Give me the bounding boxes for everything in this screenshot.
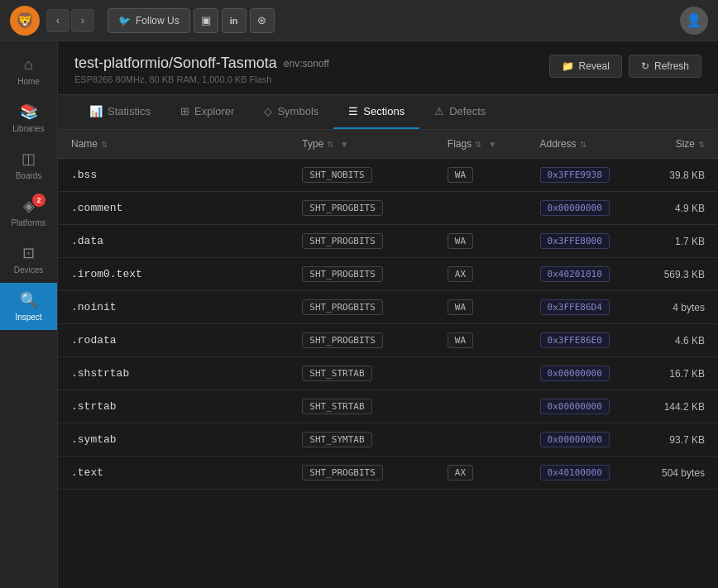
cell-flags: WA xyxy=(434,159,527,192)
refresh-button[interactable]: ↻ Refresh xyxy=(629,55,701,78)
sections-icon: ☰ xyxy=(348,105,358,117)
table-row[interactable]: .bssSHT_NOBITSWA0x3FFE993839.8 KB xyxy=(58,159,718,192)
tab-defects-label: Defects xyxy=(449,105,486,117)
cell-name: .irom0.text xyxy=(58,258,289,291)
table-row[interactable]: .noinitSHT_PROGBITSWA0x3FFE86D44 bytes xyxy=(58,291,718,324)
sidebar-item-boards[interactable]: ◫ Boards xyxy=(0,141,57,189)
github-button[interactable]: ⊛ xyxy=(250,8,275,33)
tab-statistics-label: Statistics xyxy=(108,105,151,117)
col-size-label: Size xyxy=(676,138,695,150)
table-row[interactable]: .rodataSHT_PROGBITSWA0x3FFE86E04.6 KB xyxy=(58,324,718,357)
sidebar-item-platforms[interactable]: ◈ Platforms 2 xyxy=(0,189,57,236)
type-badge: SHT_PROGBITS xyxy=(302,299,382,315)
table-row[interactable]: .symtabSHT_SYMTAB0x0000000093.7 KB xyxy=(58,423,718,457)
cell-size: 39.8 KB xyxy=(645,159,718,192)
cell-size: 16.7 KB xyxy=(645,357,718,390)
address-badge: 0x40100000 xyxy=(540,465,610,480)
cell-name: .text xyxy=(58,457,289,490)
linkedin-button[interactable]: in xyxy=(222,8,247,33)
cell-name: .noinit xyxy=(58,291,289,324)
type-badge: SHT_STRTAB xyxy=(302,399,371,414)
tab-sections[interactable]: ☰ Sections xyxy=(333,95,419,129)
tab-explorer-label: Explorer xyxy=(194,105,234,117)
cell-type: SHT_PROGBITS xyxy=(289,225,434,258)
inspect-icon: 🔍 xyxy=(20,291,38,309)
facebook-icon: ▣ xyxy=(201,14,211,26)
cell-size: 504 bytes xyxy=(645,457,718,490)
sidebar-item-home-label: Home xyxy=(17,77,40,86)
cell-type: SHT_PROGBITS xyxy=(289,457,434,490)
table-row[interactable]: .strtabSHT_STRTAB0x00000000144.2 KB xyxy=(58,390,718,423)
address-badge: 0x00000000 xyxy=(540,432,610,447)
table-row[interactable]: .irom0.textSHT_PROGBITSAX0x40201010569.3… xyxy=(58,258,718,291)
back-button[interactable]: ‹ xyxy=(46,9,69,32)
user-avatar[interactable]: 👤 xyxy=(680,7,708,35)
explorer-icon: ⊞ xyxy=(180,105,189,117)
sections-table: Name ⇅ Type ⇅ ▼ xyxy=(58,130,718,490)
topbar-social: 🐦 Follow Us ▣ in ⊛ xyxy=(108,8,275,33)
tab-symbols[interactable]: ◇ Symbols xyxy=(249,95,333,129)
tab-statistics[interactable]: 📊 Statistics xyxy=(74,95,165,129)
facebook-button[interactable]: ▣ xyxy=(194,8,218,33)
cell-name: .comment xyxy=(58,192,289,225)
follow-us-button[interactable]: 🐦 Follow Us xyxy=(108,8,190,33)
topbar-right: 👤 xyxy=(680,7,708,35)
address-badge: 0x00000000 xyxy=(540,399,610,414)
table-header-row: Name ⇅ Type ⇅ ▼ xyxy=(58,130,718,159)
col-address-label: Address xyxy=(540,138,577,150)
reveal-label: Reveal xyxy=(579,60,610,72)
sidebar-item-devices[interactable]: ⊡ Devices xyxy=(0,236,57,283)
cell-address: 0x00000000 xyxy=(527,423,646,457)
sidebar-item-home[interactable]: ⌂ Home xyxy=(0,48,57,94)
cell-type: SHT_STRTAB xyxy=(289,390,434,423)
col-header-flags[interactable]: Flags ⇅ ▼ xyxy=(434,130,527,159)
col-header-name[interactable]: Name ⇅ xyxy=(58,130,289,159)
table-row[interactable]: .dataSHT_PROGBITSWA0x3FFE80001.7 KB xyxy=(58,225,718,258)
col-header-type[interactable]: Type ⇅ ▼ xyxy=(289,130,434,159)
sidebar-item-libraries-label: Libraries xyxy=(12,124,44,133)
flag-badge: AX xyxy=(448,266,473,282)
table-row[interactable]: .commentSHT_PROGBITS0x000000004.9 KB xyxy=(58,192,718,225)
type-badge: SHT_SYMTAB xyxy=(302,432,371,447)
col-header-size[interactable]: Size ⇅ xyxy=(645,130,718,159)
address-badge: 0x3FFE86D4 xyxy=(540,299,610,315)
boards-icon: ◫ xyxy=(22,150,36,168)
cell-size: 4.9 KB xyxy=(645,192,718,225)
cell-flags: WA xyxy=(434,291,527,324)
tab-sections-label: Sections xyxy=(363,105,404,117)
sidebar: ⌂ Home 📚 Libraries ◫ Boards ◈ Platforms … xyxy=(0,41,58,588)
flag-badge: WA xyxy=(448,233,473,249)
table-row[interactable]: .shstrtabSHT_STRTAB0x0000000016.7 KB xyxy=(58,357,718,390)
sidebar-item-inspect[interactable]: 🔍 Inspect xyxy=(0,283,57,330)
cell-address: 0x3FFE9938 xyxy=(527,159,646,192)
size-sort-icon: ⇅ xyxy=(698,140,705,149)
col-header-address[interactable]: Address ⇅ xyxy=(527,130,646,159)
sidebar-item-platforms-label: Platforms xyxy=(11,218,45,227)
linkedin-icon: in xyxy=(230,16,238,26)
tab-explorer[interactable]: ⊞ Explorer xyxy=(165,95,249,129)
logo[interactable]: 🦁 xyxy=(10,6,40,36)
cell-name: .symtab xyxy=(58,423,289,457)
sidebar-item-devices-label: Devices xyxy=(14,265,44,275)
flag-badge: WA xyxy=(448,332,473,348)
flags-sort-icon: ⇅ xyxy=(475,140,481,149)
cell-flags xyxy=(434,357,527,390)
statistics-icon: 📊 xyxy=(89,105,103,117)
type-sort-icon: ⇅ xyxy=(327,140,333,149)
sidebar-item-libraries[interactable]: 📚 Libraries xyxy=(0,94,57,141)
cell-size: 1.7 KB xyxy=(645,225,718,258)
refresh-icon: ↻ xyxy=(641,60,649,72)
cell-flags: WA xyxy=(434,225,527,258)
platforms-badge: 2 xyxy=(32,194,45,207)
reveal-button[interactable]: 📁 Reveal xyxy=(549,55,622,78)
name-sort-icon: ⇅ xyxy=(101,140,108,149)
forward-button[interactable]: › xyxy=(71,9,94,32)
table-row[interactable]: .textSHT_PROGBITSAX0x40100000504 bytes xyxy=(58,457,718,490)
type-filter-icon: ▼ xyxy=(340,140,348,149)
cell-address: 0x3FFE86E0 xyxy=(527,324,646,357)
type-badge: SHT_PROGBITS xyxy=(302,200,382,216)
tab-defects[interactable]: ⚠ Defects xyxy=(419,95,500,129)
libraries-icon: 📚 xyxy=(20,103,38,121)
address-badge: 0x00000000 xyxy=(540,200,610,216)
address-badge: 0x40201010 xyxy=(540,266,610,282)
